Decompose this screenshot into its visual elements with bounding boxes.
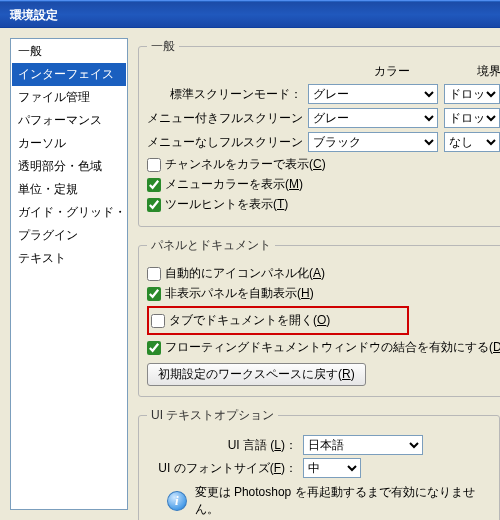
checkbox[interactable] [147, 158, 161, 172]
check-row[interactable]: 自動的にアイコンパネル化(A) [147, 265, 500, 282]
info-icon: i [167, 491, 187, 511]
column-headers: カラー 境界線 [147, 63, 500, 80]
ui-language-select[interactable]: 日本語 [303, 435, 423, 455]
ui-fontsize-select[interactable]: 中 [303, 458, 361, 478]
content: 一般インターフェイスファイル管理パフォーマンスカーソル透明部分・色域単位・定規ガ… [0, 28, 500, 520]
checkbox-label: チャンネルをカラーで表示(C) [165, 156, 326, 173]
highlighted-option: タブでドキュメントを開く(O) [147, 306, 409, 335]
screenmode-row: 標準スクリーンモード：グレードロップシャドウ [147, 84, 500, 104]
color-select[interactable]: ブラック [308, 132, 438, 152]
header-color: カラー [337, 63, 447, 80]
checkbox-label: 自動的にアイコンパネル化(A) [165, 265, 325, 282]
sidebar-item[interactable]: 透明部分・色域 [12, 155, 126, 178]
ui-fontsize-label: UI のフォントサイズ(F)： [147, 460, 297, 477]
row-label: メニュー付きフルスクリーン： [147, 110, 302, 127]
main-panel: 一般 カラー 境界線 標準スクリーンモード：グレードロップシャドウメニュー付きフ… [138, 38, 500, 510]
screenmode-row: メニューなしフルスクリーン：ブラックなし [147, 132, 500, 152]
row-label: 標準スクリーンモード： [147, 86, 302, 103]
sidebar: 一般インターフェイスファイル管理パフォーマンスカーソル透明部分・色域単位・定規ガ… [10, 38, 128, 510]
checkbox-label: メニューカラーを表示(M) [165, 176, 303, 193]
checkbox-label: タブでドキュメントを開く(O) [169, 312, 330, 329]
window-title: 環境設定 [10, 8, 58, 22]
checkbox[interactable] [147, 341, 161, 355]
legend-uitext: UI テキストオプション [147, 407, 278, 424]
group-general: 一般 カラー 境界線 標準スクリーンモード：グレードロップシャドウメニュー付きフ… [138, 38, 500, 227]
row-label: メニューなしフルスクリーン： [147, 134, 302, 151]
sidebar-item[interactable]: テキスト [12, 247, 126, 270]
titlebar: 環境設定 [0, 0, 500, 28]
sidebar-item[interactable]: ファイル管理 [12, 86, 126, 109]
checkbox[interactable] [147, 287, 161, 301]
header-border: 境界線 [477, 63, 500, 80]
border-select[interactable]: ドロップシャドウ [444, 108, 500, 128]
sidebar-item[interactable]: パフォーマンス [12, 109, 126, 132]
sidebar-item[interactable]: インターフェイス [12, 63, 126, 86]
sidebar-item[interactable]: 一般 [12, 40, 126, 63]
checkbox-label: ツールヒントを表示(T) [165, 196, 288, 213]
checkbox[interactable] [151, 314, 165, 328]
checkbox[interactable] [147, 267, 161, 281]
info-text: 変更は Photoshop を再起動するまで有効になりません。 [195, 484, 491, 518]
checkbox-label: 非表示パネルを自動表示(H) [165, 285, 314, 302]
sidebar-item[interactable]: 単位・定規 [12, 178, 126, 201]
group-panels: パネルとドキュメント 自動的にアイコンパネル化(A)非表示パネルを自動表示(H)… [138, 237, 500, 397]
checkbox[interactable] [147, 198, 161, 212]
check-row[interactable]: メニューカラーを表示(M) [147, 176, 500, 193]
reset-button-label: 初期設定のワークスペースに戻す(R) [158, 367, 355, 381]
sidebar-item[interactable]: カーソル [12, 132, 126, 155]
border-select[interactable]: ドロップシャドウ [444, 84, 500, 104]
sidebar-item[interactable]: ガイド・グリッド・スライス [12, 201, 126, 224]
check-row[interactable]: タブでドキュメントを開く(O) [151, 312, 330, 329]
legend-general: 一般 [147, 38, 179, 55]
check-row[interactable]: 非表示パネルを自動表示(H) [147, 285, 500, 302]
color-select[interactable]: グレー [308, 108, 438, 128]
checkbox[interactable] [147, 178, 161, 192]
color-select[interactable]: グレー [308, 84, 438, 104]
ui-lang-label: UI 言語 (L)： [147, 437, 297, 454]
group-uitext: UI テキストオプション UI 言語 (L)： 日本語 UI のフォントサイズ(… [138, 407, 500, 520]
screenmode-row: メニュー付きフルスクリーン：グレードロップシャドウ [147, 108, 500, 128]
check-row[interactable]: フローティングドキュメントウィンドウの結合を有効にする(D) [147, 339, 500, 356]
check-row[interactable]: ツールヒントを表示(T) [147, 196, 500, 213]
border-select[interactable]: なし [444, 132, 500, 152]
legend-panels: パネルとドキュメント [147, 237, 275, 254]
check-row[interactable]: チャンネルをカラーで表示(C) [147, 156, 500, 173]
sidebar-item[interactable]: プラグイン [12, 224, 126, 247]
reset-workspace-button[interactable]: 初期設定のワークスペースに戻す(R) [147, 363, 366, 386]
checkbox-label: フローティングドキュメントウィンドウの結合を有効にする(D) [165, 339, 500, 356]
